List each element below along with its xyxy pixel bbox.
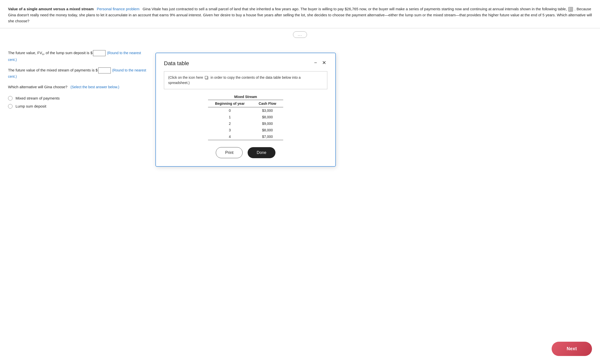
table-cell-cashflow: $9,000 [252,120,283,127]
q2-input[interactable] [98,67,111,73]
table-cell-cashflow: $3,000 [252,107,283,114]
ellipsis-section: ... [0,31,600,38]
option-lump-sum[interactable]: Lump sum deposit [8,104,148,109]
question-1: The future value, FVn, of the lump sum d… [8,50,148,63]
modal-close-button[interactable]: ✕ [321,60,327,65]
modal-header: Data table − ✕ [164,60,327,67]
col-header-year: Beginning of year [208,100,252,107]
problem-section: Value of a single amount versus a mixed … [0,0,600,28]
q2-prefix: The future value of the mixed stream of … [8,68,98,72]
print-button[interactable]: Print [216,147,243,158]
question-2: The future value of the mixed stream of … [8,67,148,79]
problem-title: Value of a single amount versus a mixed … [8,7,94,11]
ellipsis-button[interactable]: ... [293,31,307,38]
table-row: 1$8,000 [208,114,283,120]
table-cell-cashflow: $8,000 [252,114,283,120]
q1-input[interactable] [93,50,106,56]
table-cell-year: 1 [208,114,252,120]
table-cell-year: 4 [208,133,252,140]
next-button-container: Next [552,342,592,356]
main-content: The future value, FVn, of the lump sum d… [0,42,600,118]
question-3-text: Which alternative will Gina choose? (Sel… [8,84,148,90]
table-row: 3$8,000 [208,127,283,133]
table-cell-year: 0 [208,107,252,114]
next-button[interactable]: Next [552,342,592,356]
done-button[interactable]: Done [248,147,275,158]
option-mixed-stream[interactable]: Mixed stream of payments [8,96,148,101]
copy-icon [205,76,209,79]
modal-instruction: (Click on the icon here in order to copy… [164,71,327,89]
q3-hint: (Select the best answer below.) [70,85,119,89]
modal-footer: Print Done [164,147,327,158]
table-cell-cashflow: $8,000 [252,127,283,133]
svg-rect-6 [205,76,208,79]
table-row: 2$9,000 [208,120,283,127]
option1-label: Mixed stream of payments [16,96,60,100]
q3-text: Which alternative will Gina choose? [8,85,67,89]
table-cell-cashflow: $7,000 [252,133,283,140]
left-panel: The future value, FVn, of the lump sum d… [8,48,148,112]
data-table-modal: Data table − ✕ (Click on the icon here i… [155,53,336,167]
svg-rect-0 [569,7,573,11]
q1-suffix: , of the lump sum deposit is $ [44,51,92,55]
table-row: 4$7,000 [208,133,283,140]
table-row: 0$3,000 [208,107,283,114]
mixed-stream-table: Mixed Stream Beginning of year Cash Flow… [208,95,283,140]
instruction-part1: (Click on the icon here [168,75,203,79]
modal-controls: − ✕ [313,60,327,65]
table-cell-year: 2 [208,120,252,127]
radio-group: Mixed stream of payments Lump sum deposi… [8,96,148,109]
personal-finance-link[interactable]: Personal finance problem [97,7,139,11]
option2-label: Lump sum deposit [16,104,46,108]
table-cell-year: 3 [208,127,252,133]
radio-lump-sum[interactable] [8,104,13,109]
modal-minimize-button[interactable]: − [313,60,318,65]
problem-description: Gina Vitale has just contracted to sell … [8,7,592,23]
table-section-header: Mixed Stream [208,95,283,100]
modal-title: Data table [164,60,189,67]
col-header-cashflow: Cash Flow [252,100,283,107]
data-table-container: Mixed Stream Beginning of year Cash Flow… [164,95,327,140]
radio-mixed-stream[interactable] [8,96,13,101]
table-grid-icon[interactable] [568,7,573,12]
q1-prefix: The future value, FV [8,51,42,55]
